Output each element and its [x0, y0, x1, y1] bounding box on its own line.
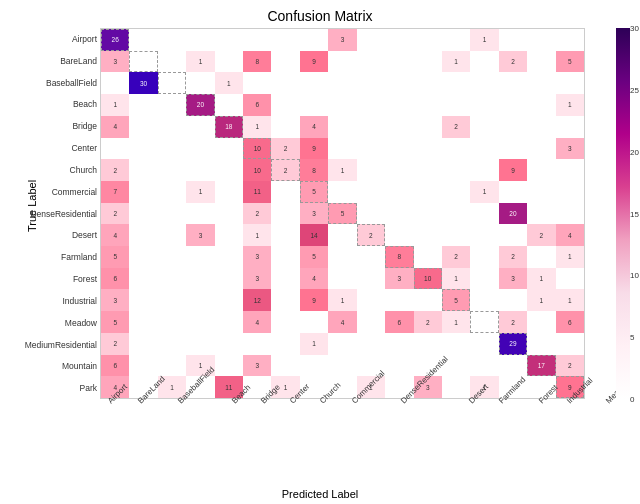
matrix-cell — [357, 333, 385, 355]
matrix-cell — [186, 116, 214, 138]
matrix-cell: 1 — [328, 159, 356, 181]
matrix-cell — [527, 72, 555, 94]
matrix-cell — [271, 246, 299, 268]
col-label: Industrial — [559, 399, 597, 499]
row-label: BaseballField — [18, 72, 100, 94]
col-label: Farmland — [491, 399, 531, 499]
matrix-cell — [101, 138, 129, 160]
matrix-cell: 4 — [101, 224, 129, 246]
matrix-cell: 26 — [101, 29, 129, 51]
matrix-cell — [385, 29, 413, 51]
matrix-cell: 1 — [442, 51, 470, 73]
matrix-cell — [101, 72, 129, 94]
matrix-cell — [357, 311, 385, 333]
matrix-cell — [470, 116, 498, 138]
matrix-cell — [158, 72, 186, 94]
matrix-cell — [499, 355, 527, 377]
col-label: Meadow — [598, 399, 634, 499]
row-label: Industrial — [18, 290, 100, 312]
chart-title: Confusion Matrix — [0, 8, 640, 24]
matrix-cell: 2 — [101, 333, 129, 355]
matrix-cell: 1 — [556, 246, 584, 268]
matrix-cell: 6 — [385, 311, 413, 333]
matrix-cell: 5 — [101, 246, 129, 268]
matrix-cell — [271, 116, 299, 138]
col-label: Forest — [531, 399, 560, 499]
matrix-cell: 1 — [300, 333, 328, 355]
matrix-cell — [556, 116, 584, 138]
col-label: BareLand — [130, 399, 171, 499]
matrix-cell — [414, 94, 442, 116]
matrix-cell: 3 — [186, 224, 214, 246]
matrix-cell: 4 — [243, 311, 271, 333]
matrix-cell — [328, 116, 356, 138]
matrix-cell: 3 — [556, 138, 584, 160]
matrix-cell — [215, 203, 243, 225]
col-label: MediumResidential — [634, 399, 640, 499]
matrix-cell — [414, 51, 442, 73]
matrix-cell — [556, 181, 584, 203]
matrix-cell — [215, 246, 243, 268]
matrix-cell — [129, 51, 157, 73]
matrix-cell — [243, 29, 271, 51]
matrix-cell: 5 — [556, 51, 584, 73]
matrix-cell — [442, 159, 470, 181]
matrix-cell — [385, 355, 413, 377]
matrix-grid: 2631318912530112061418142102932102819711… — [100, 28, 585, 399]
matrix-cell: 1 — [470, 181, 498, 203]
matrix-cell — [357, 94, 385, 116]
matrix-cell — [158, 333, 186, 355]
matrix-cell: 1 — [470, 29, 498, 51]
matrix-cell: 18 — [215, 116, 243, 138]
matrix-cell — [215, 51, 243, 73]
matrix-cell: 3 — [101, 51, 129, 73]
col-label: Center — [282, 399, 312, 499]
matrix-cell — [271, 94, 299, 116]
matrix-cell — [328, 51, 356, 73]
matrix-cell — [499, 289, 527, 311]
matrix-cell — [215, 311, 243, 333]
matrix-cell — [328, 246, 356, 268]
row-label: Airport — [18, 28, 100, 50]
matrix-cell — [385, 333, 413, 355]
matrix-cell — [527, 311, 555, 333]
matrix-cell — [470, 51, 498, 73]
matrix-cell: 2 — [243, 203, 271, 225]
matrix-cell — [186, 289, 214, 311]
colorbar-tick: 5 — [630, 333, 634, 342]
matrix-cell: 9 — [300, 289, 328, 311]
matrix-cell — [527, 29, 555, 51]
matrix-cell — [186, 311, 214, 333]
matrix-cell — [271, 181, 299, 203]
matrix-cell — [527, 181, 555, 203]
matrix-cell: 1 — [243, 224, 271, 246]
matrix-cell — [357, 51, 385, 73]
matrix-cell — [499, 224, 527, 246]
matrix-cell — [271, 355, 299, 377]
matrix-cell — [527, 159, 555, 181]
matrix-cell — [186, 333, 214, 355]
matrix-cell — [442, 203, 470, 225]
row-label: Bridge — [18, 115, 100, 137]
matrix-cell — [385, 289, 413, 311]
matrix-cell — [556, 72, 584, 94]
matrix-cell — [470, 311, 498, 333]
matrix-cell: 1 — [527, 289, 555, 311]
matrix-cell: 3 — [328, 29, 356, 51]
matrix-cell — [414, 72, 442, 94]
matrix-cell — [499, 94, 527, 116]
matrix-cell — [499, 181, 527, 203]
matrix-cell — [158, 224, 186, 246]
matrix-cell — [385, 51, 413, 73]
matrix-cell — [243, 72, 271, 94]
matrix-cell — [385, 203, 413, 225]
matrix-cell: 4 — [101, 116, 129, 138]
matrix-cell — [527, 246, 555, 268]
matrix-cell — [527, 94, 555, 116]
matrix-cell — [215, 29, 243, 51]
matrix-cell — [215, 289, 243, 311]
matrix-cell — [470, 355, 498, 377]
matrix-cell — [385, 138, 413, 160]
matrix-cell — [470, 159, 498, 181]
row-label: Commercial — [18, 181, 100, 203]
